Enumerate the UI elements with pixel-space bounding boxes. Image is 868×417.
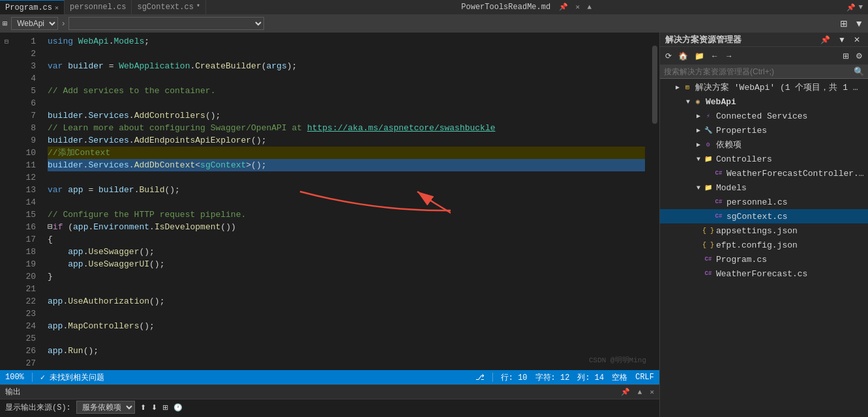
se-settings-btn[interactable]: ⚙ xyxy=(853,50,865,62)
code-line-27 xyxy=(48,357,645,369)
code-line-25 xyxy=(48,332,645,345)
se-weatherforecastcontroller[interactable]: C# WeatherForecastController.cs xyxy=(660,166,868,180)
toolbar-action-btn[interactable]: ⊞ xyxy=(838,18,850,29)
toolbar-expand-btn[interactable]: ▼ xyxy=(852,18,865,29)
editor-scrollbar[interactable] xyxy=(650,33,659,370)
breadcrumb-icon: ⊞ xyxy=(3,19,7,29)
se-solution-node[interactable]: ▶ ⊞ 解决方案 'WebApi' (1 个项目，共 1 个) xyxy=(660,80,868,94)
se-title-bar: 解决方案资源管理器 📌 ▼ ✕ xyxy=(660,33,868,47)
se-expand-btn[interactable]: ▼ xyxy=(835,34,848,46)
code-line-22: app.UseAuthorization(); xyxy=(48,295,645,308)
editor-status-strip: 100% ✓ 未找到相关问题 ⎇ 行: 10 字符: 12 列: 14 空格 C… xyxy=(0,370,659,384)
output-expand[interactable]: ▲ xyxy=(638,388,642,396)
expand-btn[interactable]: ▼ xyxy=(858,3,863,11)
solution-explorer: 解决方案资源管理器 📌 ▼ ✕ ⟳ 🏠 📁 ← → ⊞ ⚙ 🔍 ▶ xyxy=(659,33,868,417)
se-controllers-folder[interactable]: ▼ 📁 Controllers xyxy=(660,152,868,166)
divider1 xyxy=(32,373,33,382)
expand-icon-connected: ▶ xyxy=(694,111,703,121)
fold-indicator: ⊟ xyxy=(0,35,13,48)
code-line-5: // Add services to the container. xyxy=(48,85,645,97)
cs-icon-personnel: C# xyxy=(713,197,724,207)
expand-icon-efpt xyxy=(694,240,703,250)
tab-label: sgContext.cs xyxy=(137,3,193,12)
se-connected-label: Connected Services xyxy=(716,111,865,121)
models-folder-icon: 📁 xyxy=(703,182,713,193)
cs-icon-program: C# xyxy=(703,254,713,265)
crlf-info: CRLF xyxy=(635,373,654,382)
se-back-btn[interactable]: ← xyxy=(708,50,721,62)
se-search-input[interactable] xyxy=(664,67,854,76)
code-line-9: builder.Services.AddEndpointsApiExplorer… xyxy=(48,134,645,147)
output-pin[interactable]: 📌 xyxy=(621,388,630,396)
se-models-folder[interactable]: ▼ 📁 Models xyxy=(660,180,868,195)
divider2 xyxy=(492,373,493,382)
se-folder-btn[interactable]: 📁 xyxy=(692,50,707,62)
se-pin-btn[interactable]: 📌 xyxy=(818,34,833,46)
output-toolbar-btn3[interactable]: ⊞ xyxy=(162,403,168,412)
se-solution-label: 解决方案 'WebApi' (1 个项目，共 1 个) xyxy=(695,81,865,93)
webapi-dropdown[interactable]: WebApi xyxy=(11,17,58,30)
se-program-cs[interactable]: C# Program.cs xyxy=(660,252,868,266)
line-numbers: 1 2 3 4 5 6 7 8 9 10 11 12 13 14 15 16 1… xyxy=(13,33,42,370)
separator: › xyxy=(61,19,66,29)
deps-icon: ⚙ xyxy=(703,139,713,150)
output-close[interactable]: ✕ xyxy=(650,388,654,396)
tab-close-program-cs[interactable]: ✕ xyxy=(55,4,59,12)
line-info: 行: 10 xyxy=(501,372,528,383)
cs-icon-wfc: C# xyxy=(713,168,724,179)
expand-icon-sgcontext xyxy=(704,212,713,221)
code-line-20: } xyxy=(48,270,645,283)
tab-program-cs[interactable]: Program.cs ✕ xyxy=(0,0,65,14)
se-personnel-cs[interactable]: C# personnel.cs xyxy=(660,195,868,209)
se-dependencies[interactable]: ▶ ⚙ 依赖项 xyxy=(660,137,868,152)
se-home-btn[interactable]: 🏠 xyxy=(676,50,691,62)
se-title: 解决方案资源管理器 xyxy=(665,34,741,46)
code-line-6 xyxy=(48,97,645,109)
file-dropdown[interactable] xyxy=(68,17,264,30)
output-toolbar-btn1[interactable]: ⬆ xyxy=(140,403,146,412)
se-connected-services[interactable]: ▶ ⚡ Connected Services xyxy=(660,109,868,123)
se-sgcontext-label: sgContext.cs xyxy=(726,212,865,222)
output-toolbar-btn4[interactable]: 🕐 xyxy=(173,403,183,412)
tab-sgcontext-cs[interactable]: sgContext.cs * xyxy=(132,0,205,14)
maximize-icon[interactable]: ▲ xyxy=(587,3,591,11)
tab-label: Program.cs xyxy=(5,3,52,12)
output-toolbar-btn2[interactable]: ⬇ xyxy=(151,403,157,412)
pin-btn[interactable]: 📌 xyxy=(846,3,856,12)
se-sgcontext-cs[interactable]: C# sgContext.cs xyxy=(660,209,868,223)
scrollbar-thumb[interactable] xyxy=(652,46,657,124)
project-icon: ◉ xyxy=(693,96,703,107)
se-filter-btn[interactable]: ⊞ xyxy=(840,50,852,62)
se-forward-btn[interactable]: → xyxy=(723,50,736,62)
se-tree: ▶ ⊞ 解决方案 'WebApi' (1 个项目，共 1 个) ▼ ◉ WebA… xyxy=(660,79,868,417)
code-line-23 xyxy=(48,308,645,320)
code-line-8: // Learn more about configuring Swagger/… xyxy=(48,122,645,134)
se-wf-label: WeatherForecast.cs xyxy=(716,269,865,279)
se-sync-btn[interactable]: ⟳ xyxy=(663,50,674,62)
output-source-select[interactable]: 服务依赖项 xyxy=(76,401,135,414)
se-properties[interactable]: ▶ 🔧 Properties xyxy=(660,123,868,137)
se-weatherforecast-cs[interactable]: C# WeatherForecast.cs xyxy=(660,266,868,281)
expand-icon-deps: ▶ xyxy=(694,140,703,149)
se-controllers-label: Controllers xyxy=(716,154,865,164)
no-issues: ✓ 未找到相关问题 xyxy=(40,372,104,383)
code-line-17: { xyxy=(48,233,645,246)
se-webapi-node[interactable]: ▼ ◉ WebApi xyxy=(660,94,868,109)
se-models-label: Models xyxy=(716,183,865,193)
json-icon-efpt: { } xyxy=(703,240,713,250)
expand-icon-appsettings xyxy=(694,226,703,235)
se-search-icon: 🔍 xyxy=(854,66,864,77)
se-close-btn[interactable]: ✕ xyxy=(851,34,863,46)
se-efpt-config[interactable]: { } efpt.config.json xyxy=(660,238,868,252)
center-tab-close[interactable]: ✕ xyxy=(576,3,580,11)
code-editor[interactable]: using WebApi.Models; var builder = WebAp… xyxy=(42,33,650,370)
center-tab-label: PowerToolsReadMe.md 📌 ✕ ▲ xyxy=(206,3,846,12)
tab-personnel-cs[interactable]: personnel.cs xyxy=(65,0,132,14)
expand-icon-models: ▼ xyxy=(694,183,703,192)
code-line-11: builder.Services.AddDbContext<sgContext>… xyxy=(48,159,645,171)
se-appsettings-label: appsettings.json xyxy=(716,226,865,236)
se-appsettings[interactable]: { } appsettings.json xyxy=(660,223,868,238)
title-right-controls: 📌 ▼ xyxy=(846,3,868,12)
editor-area: ⊟ 1 2 3 4 5 6 7 8 9 10 11 12 13 14 15 16… xyxy=(0,33,659,417)
properties-icon: 🔧 xyxy=(703,125,713,136)
